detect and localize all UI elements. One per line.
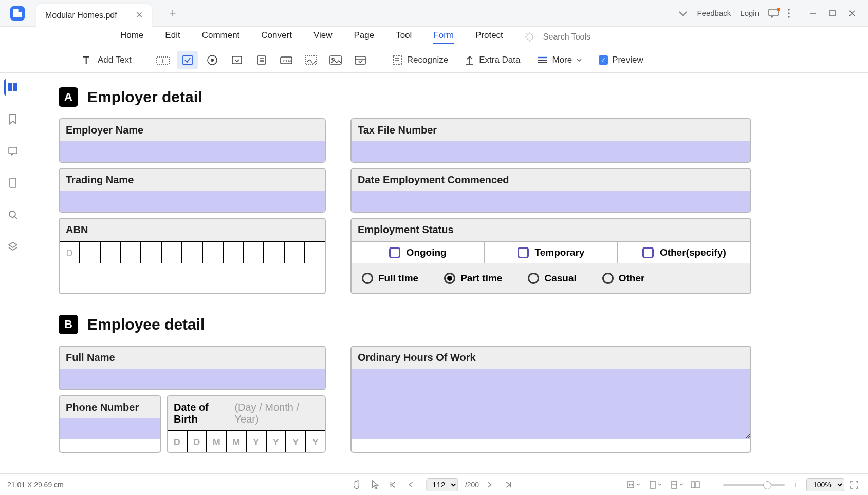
menu-item-form[interactable]: Form bbox=[433, 30, 454, 44]
dob-cell[interactable]: D bbox=[168, 431, 188, 452]
minimize-button[interactable] bbox=[804, 6, 822, 21]
feedback-link[interactable]: Feedback bbox=[697, 9, 731, 17]
menu-item-home[interactable]: Home bbox=[120, 30, 143, 44]
abn-cell[interactable] bbox=[101, 242, 121, 263]
maximize-button[interactable] bbox=[824, 6, 841, 21]
image-tool[interactable] bbox=[325, 51, 346, 69]
fullscreen-icon[interactable] bbox=[849, 480, 861, 489]
last-page-icon[interactable] bbox=[505, 481, 516, 488]
search-icon[interactable] bbox=[5, 206, 21, 223]
tab-close-icon[interactable]: ✕ bbox=[136, 10, 143, 21]
dob-cell[interactable]: Y bbox=[306, 431, 325, 452]
menu-item-view[interactable]: View bbox=[313, 30, 333, 44]
phone-input[interactable] bbox=[60, 418, 160, 439]
menu-item-comment[interactable]: Comment bbox=[202, 30, 240, 44]
select-tool-icon[interactable] bbox=[371, 480, 382, 490]
abn-cell[interactable] bbox=[264, 242, 285, 263]
listbox-tool[interactable] bbox=[251, 51, 272, 69]
svg-point-28 bbox=[332, 58, 334, 60]
dob-cell[interactable]: Y bbox=[267, 431, 287, 452]
dob-cell[interactable]: D bbox=[188, 431, 208, 452]
attachment-icon[interactable] bbox=[5, 175, 21, 191]
zoom-select[interactable]: 100% bbox=[806, 478, 844, 491]
bookmark-icon[interactable] bbox=[5, 111, 21, 127]
recognize-button[interactable]: Recognize bbox=[392, 54, 448, 66]
dob-cell[interactable]: Y bbox=[286, 431, 306, 452]
prev-page-icon[interactable] bbox=[408, 481, 419, 488]
layers-icon[interactable] bbox=[5, 238, 21, 255]
time-option[interactable]: Part time bbox=[444, 273, 502, 284]
employment-status-field: Employment Status OngoingTemporaryOther(… bbox=[350, 218, 751, 294]
time-option[interactable]: Full time bbox=[362, 273, 418, 284]
employer-name-input[interactable] bbox=[60, 141, 325, 162]
radio-tool[interactable] bbox=[202, 51, 223, 69]
abn-cell[interactable] bbox=[244, 242, 265, 263]
scroll-mode-icon[interactable] bbox=[669, 479, 685, 491]
abn-cell[interactable] bbox=[141, 242, 162, 263]
dropdown-tool[interactable] bbox=[227, 51, 247, 69]
document-tab[interactable]: Modular Homes.pdf ✕ bbox=[36, 4, 152, 27]
dob-cell[interactable]: M bbox=[227, 431, 247, 452]
abn-cell[interactable] bbox=[162, 242, 182, 263]
abn-cell[interactable] bbox=[182, 242, 203, 263]
checkbox-tool[interactable] bbox=[177, 51, 198, 69]
abn-cell[interactable] bbox=[121, 242, 142, 263]
page-number-input[interactable]: 112 bbox=[426, 478, 458, 491]
fit-page-icon[interactable] bbox=[647, 479, 663, 491]
ordinary-hours-input[interactable] bbox=[352, 369, 750, 439]
signature-tool[interactable] bbox=[301, 51, 321, 69]
first-page-icon[interactable] bbox=[389, 481, 400, 488]
trading-name-field: Trading Name bbox=[59, 168, 326, 213]
two-page-icon[interactable] bbox=[690, 481, 701, 489]
idea-icon[interactable] bbox=[524, 31, 536, 43]
zoom-out-icon[interactable]: − bbox=[707, 481, 718, 489]
svg-point-18 bbox=[211, 59, 214, 62]
document-area[interactable]: A Employer detail Employer Name Tax File… bbox=[31, 77, 858, 470]
preview-toggle[interactable]: ✓ Preview bbox=[599, 55, 643, 65]
comment-icon[interactable] bbox=[5, 143, 21, 159]
abn-cell[interactable] bbox=[203, 242, 224, 263]
message-icon[interactable] bbox=[768, 9, 779, 18]
full-name-input[interactable] bbox=[60, 369, 325, 389]
time-option[interactable]: Other bbox=[602, 273, 645, 284]
menu-item-edit[interactable]: Edit bbox=[165, 30, 180, 44]
dob-cell[interactable]: M bbox=[207, 431, 227, 452]
zoom-in-icon[interactable]: + bbox=[790, 481, 801, 489]
search-tools-input[interactable] bbox=[543, 32, 636, 42]
time-option[interactable]: Casual bbox=[528, 273, 576, 284]
abn-cell[interactable] bbox=[305, 242, 325, 263]
dob-cell[interactable]: Y bbox=[247, 431, 267, 452]
add-text-button[interactable]: T Add Text bbox=[81, 54, 132, 66]
status-option[interactable]: Other(specify) bbox=[618, 242, 750, 263]
button-tool[interactable]: BTN bbox=[276, 51, 297, 69]
date-tool[interactable] bbox=[350, 51, 371, 69]
status-option[interactable]: Temporary bbox=[485, 242, 618, 263]
login-link[interactable]: Login bbox=[740, 9, 759, 17]
close-button[interactable] bbox=[843, 6, 861, 21]
zoom-slider[interactable] bbox=[723, 484, 785, 486]
abn-cell[interactable] bbox=[80, 242, 101, 263]
new-tab-button[interactable]: + bbox=[170, 7, 176, 20]
svg-rect-31 bbox=[393, 56, 401, 64]
kebab-menu-icon[interactable] bbox=[788, 9, 790, 18]
date-commenced-input[interactable] bbox=[352, 191, 750, 212]
menu-item-convert[interactable]: Convert bbox=[261, 30, 292, 44]
fit-width-icon[interactable] bbox=[624, 479, 642, 491]
menu-item-tool[interactable]: Tool bbox=[396, 30, 412, 44]
trading-name-input[interactable] bbox=[60, 191, 325, 212]
abn-cell[interactable] bbox=[224, 242, 244, 263]
text-field-tool[interactable]: T bbox=[153, 51, 173, 69]
status-option[interactable]: Ongoing bbox=[352, 242, 485, 263]
app-logo[interactable] bbox=[10, 6, 25, 21]
extra-data-button[interactable]: Extra Data bbox=[465, 54, 520, 66]
more-button[interactable]: More bbox=[537, 55, 582, 65]
menu-item-protect[interactable]: Protect bbox=[475, 30, 503, 44]
thumbnails-icon[interactable] bbox=[4, 79, 21, 96]
abn-cell[interactable]: D bbox=[60, 242, 80, 263]
menu-item-page[interactable]: Page bbox=[354, 30, 374, 44]
dropdown-icon[interactable] bbox=[678, 10, 688, 16]
abn-cell[interactable] bbox=[285, 242, 305, 263]
tax-file-input[interactable] bbox=[352, 141, 750, 162]
hand-tool-icon[interactable] bbox=[352, 480, 363, 490]
next-page-icon[interactable] bbox=[486, 481, 497, 488]
